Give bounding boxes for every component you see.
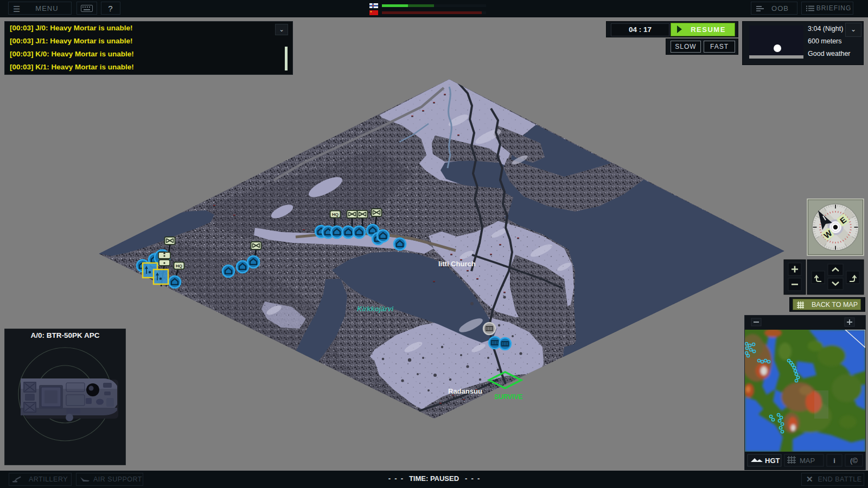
svg-text:A/0: BTR-50PK APC: A/0: BTR-50PK APC xyxy=(30,331,99,339)
svg-text:HGT: HGT xyxy=(765,457,780,465)
svg-text:SURVIVE: SURVIVE xyxy=(494,393,522,401)
svg-text:i: i xyxy=(833,457,835,465)
svg-text:Radansuu: Radansuu xyxy=(448,387,482,395)
svg-text:HQ: HQ xyxy=(332,212,339,217)
svg-text:Iitti Church: Iitti Church xyxy=(438,260,476,268)
svg-text:(©: (© xyxy=(850,457,858,465)
svg-text:MAP: MAP xyxy=(800,457,815,465)
svg-text:HQ: HQ xyxy=(176,264,182,268)
svg-text:Kirkkojärvi: Kirkkojärvi xyxy=(357,305,394,313)
